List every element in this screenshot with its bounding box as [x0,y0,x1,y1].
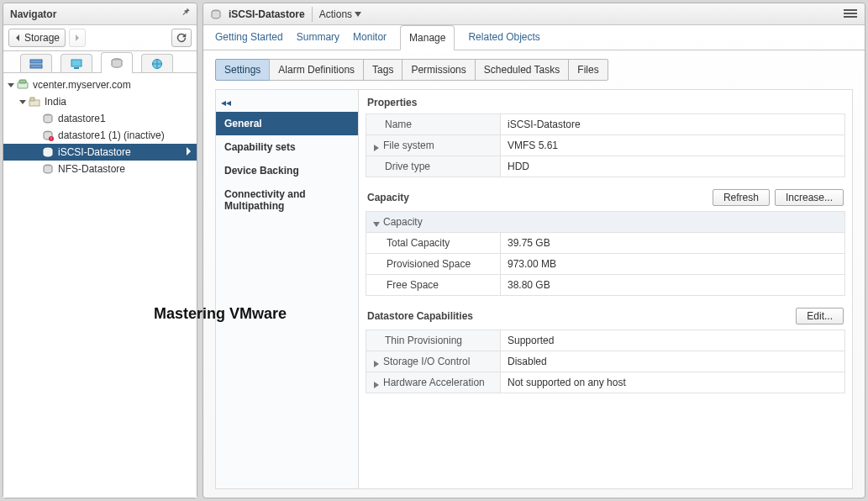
subtab-alarm-definitions[interactable]: Alarm Definitions [269,59,364,81]
sidemenu-connectivity-multipathing[interactable]: Connectivity and Multipathing [216,182,358,218]
table-row: Total Capacity 39.75 GB [366,233,845,254]
datastore-alert-icon: ! [42,129,54,141]
properties-table: Name iSCSI-Datastore File system VMFS 5.… [366,113,845,177]
svg-rect-2 [71,60,82,66]
refresh-button[interactable] [171,29,192,47]
main-panel: iSCSI-Datastore Actions Getting Started … [203,3,865,498]
subtab-scheduled-tasks[interactable]: Scheduled Tasks [475,59,570,81]
cap-key: Free Space [366,275,501,296]
watermark: Mastering VMware [154,305,287,323]
prop-value: VMFS 5.61 [501,135,845,156]
breadcrumb-back[interactable]: Storage [8,29,66,47]
cap-key: Provisioned Space [366,254,501,275]
navigator-header: Navigator [3,3,197,25]
section-capacity-title: Capacity Refresh Increase... [366,187,845,211]
collapse-icon[interactable]: ◂◂ [216,93,358,112]
section-properties-title: Properties [366,95,845,113]
sidemenu-capability-sets[interactable]: Capability sets [216,135,358,159]
prop-value: HDD [501,156,845,177]
sidemenu-general[interactable]: General [216,112,358,135]
tree-datacenter[interactable]: India [3,93,197,110]
refresh-button[interactable]: Refresh [713,189,770,206]
pin-icon[interactable] [181,8,192,20]
subtab-permissions[interactable]: Permissions [402,59,475,81]
expand-right-icon[interactable] [373,142,380,149]
tree-label: datastore1 (1) (inactive) [58,129,165,141]
caps-value: Disabled [501,351,845,372]
breadcrumb-forward [69,29,86,47]
inventory-tree: vcenter.myserver.com India datastore1 ! … [3,73,197,498]
breadcrumb-row: Storage [3,25,197,51]
tree-datastore-inactive[interactable]: ! datastore1 (1) (inactive) [3,127,197,144]
page-title: iSCSI-Datastore [229,8,305,20]
table-row: Drive type HDD [366,156,845,177]
svg-rect-3 [74,67,79,69]
nav-tab-hosts[interactable] [20,54,52,72]
caps-table: Thin Provisioning Supported Storage I/O … [366,330,845,393]
cap-value: 973.00 MB [501,254,845,275]
tree-vcenter[interactable]: vcenter.myserver.com [3,76,197,93]
svg-rect-0 [30,60,42,63]
tab-related-objects[interactable]: Related Objects [468,24,539,50]
sub-tabs: Settings Alarm Definitions Tags Permissi… [215,59,853,81]
table-row: Capacity [366,212,845,233]
tab-monitor[interactable]: Monitor [353,24,387,50]
tree-label: datastore1 [58,113,106,124]
table-row: Free Space 38.80 GB [366,275,845,296]
caps-value: Not supported on any host [501,372,845,393]
datastore-icon [42,163,54,175]
subtab-tags[interactable]: Tags [363,59,402,81]
subtab-settings[interactable]: Settings [215,59,270,81]
tree-label: India [45,96,66,108]
nav-tab-storage[interactable] [101,52,133,72]
tree-datastore-selected[interactable]: iSCSI-Datastore [3,144,197,161]
nav-tab-vms[interactable] [60,54,92,72]
caps-key: Storage I/O Control [383,356,470,367]
svg-text:!: ! [50,136,51,141]
content-area: ◂◂ General Capability sets Device Backin… [215,89,853,489]
tree-label: NFS-Datastore [58,163,125,175]
tree-datastore[interactable]: datastore1 [3,110,197,127]
nav-tabs [3,51,197,73]
tree-datastore[interactable]: NFS-Datastore [3,161,197,177]
expand-right-icon[interactable] [373,379,380,386]
expand-down-icon[interactable] [373,219,380,225]
svg-rect-1 [30,65,42,68]
chevron-down-icon[interactable] [18,98,27,106]
tree-label: vcenter.myserver.com [33,79,131,91]
sidemenu-device-backing[interactable]: Device Backing [216,159,358,182]
tab-manage[interactable]: Manage [400,25,455,50]
panel-menu-icon[interactable] [841,6,860,23]
datastore-icon [42,146,54,158]
table-row: Thin Provisioning Supported [366,330,845,351]
chevron-down-icon[interactable] [7,81,15,89]
settings-sidemenu: ◂◂ General Capability sets Device Backin… [216,90,359,488]
cap-value: 38.80 GB [501,275,845,296]
increase-button[interactable]: Increase... [775,189,844,206]
datastore-icon [42,113,54,124]
edit-button[interactable]: Edit... [796,308,844,324]
datastore-icon [210,8,222,20]
top-tabs: Getting Started Summary Monitor Manage R… [203,25,865,50]
cap-value: 39.75 GB [501,233,845,254]
svg-rect-7 [19,80,26,83]
main-header: iSCSI-Datastore Actions [203,3,865,25]
tab-getting-started[interactable]: Getting Started [215,24,283,50]
expand-right-icon[interactable] [373,358,380,365]
navigator-title: Navigator [10,8,56,20]
prop-key: Name [385,119,412,130]
tab-summary[interactable]: Summary [297,24,339,50]
table-row: File system VMFS 5.61 [366,135,845,156]
svg-rect-18 [844,13,857,14]
vcenter-icon [17,79,29,91]
actions-menu[interactable]: Actions [319,8,361,20]
breadcrumb-label: Storage [24,32,60,44]
table-row: Storage I/O Control Disabled [366,351,845,372]
details-pane: Properties Name iSCSI-Datastore File sys… [359,90,852,488]
subtab-files[interactable]: Files [568,59,608,81]
nav-tab-network[interactable] [141,54,173,72]
capacity-table: Capacity Total Capacity 39.75 GB Provisi… [366,211,845,296]
table-row: Hardware Acceleration Not supported on a… [366,372,845,393]
actions-label: Actions [319,8,352,20]
tree-label: iSCSI-Datastore [58,146,131,158]
